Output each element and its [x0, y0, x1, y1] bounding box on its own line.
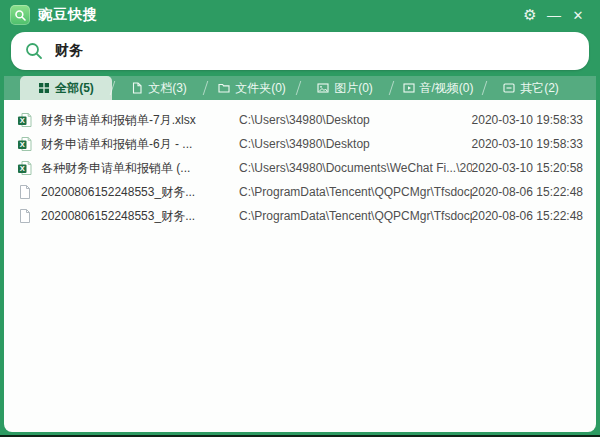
tab-images[interactable]: 图片(0)	[299, 76, 391, 100]
search-box[interactable]	[11, 32, 589, 70]
excel-file-icon: X	[17, 160, 33, 176]
titlebar: 豌豆快搜 ⚙ — ✕	[0, 0, 600, 30]
svg-text:X: X	[20, 140, 25, 149]
results-panel: X 财务申请单和报销单-7月.xlsx C:\Users\34980\Deskt…	[4, 100, 596, 432]
search-input[interactable]	[53, 42, 576, 60]
file-name: 财务申请单和报销单-6月 - ...	[41, 136, 239, 153]
minimize-button[interactable]: —	[542, 3, 566, 27]
plain-file-icon	[17, 208, 33, 224]
result-row[interactable]: 20200806152248553_财务... C:\ProgramData\T…	[4, 204, 596, 228]
search-area	[11, 32, 589, 70]
tab-documents[interactable]: 文档(3)	[113, 76, 205, 100]
tab-all[interactable]: 全部(5)	[20, 76, 112, 100]
settings-gear-icon[interactable]: ⚙	[518, 3, 542, 27]
tab-label: 文件夹(0)	[235, 80, 286, 97]
result-row[interactable]: X 财务申请单和报销单-6月 - ... C:\Users\34980\Desk…	[4, 132, 596, 156]
excel-file-icon: X	[17, 112, 33, 128]
svg-text:X: X	[20, 164, 25, 173]
search-icon	[24, 41, 44, 61]
file-path: C:\ProgramData\Tencent\QQPCMgr\Tfsdocpro	[239, 185, 472, 199]
file-name: 20200806152248553_财务...	[41, 184, 239, 201]
file-modified: 2020-03-10 15:20:58	[472, 161, 583, 175]
app-title: 豌豆快搜	[38, 6, 98, 24]
result-row[interactable]: X 财务申请单和报销单-7月.xlsx C:\Users\34980\Deskt…	[4, 108, 596, 132]
tab-folders[interactable]: 文件夹(0)	[206, 76, 298, 100]
folder-icon	[218, 82, 230, 94]
file-name: 财务申请单和报销单-7月.xlsx	[41, 112, 239, 129]
file-path: C:\Users\34980\Desktop	[239, 137, 472, 151]
tab-label: 音/视频(0)	[420, 80, 474, 97]
app-logo-magnifier-icon	[10, 5, 30, 25]
result-row[interactable]: X 各种财务申请单和报销单 (... C:\Users\34980\Docume…	[4, 156, 596, 180]
document-icon	[131, 82, 143, 94]
plain-file-icon	[17, 184, 33, 200]
tab-label: 其它(2)	[520, 80, 559, 97]
file-modified: 2020-03-10 19:58:33	[472, 113, 583, 127]
tab-label: 文档(3)	[148, 80, 187, 97]
file-name: 20200806152248553_财务...	[41, 208, 239, 225]
tab-other[interactable]: 其它(2)	[485, 76, 577, 100]
grid-icon	[38, 82, 50, 94]
tab-bar: 全部(5) 文档(3) 文件夹(0) 图片(0)	[4, 76, 596, 100]
file-path: C:\Users\34980\Desktop	[239, 113, 472, 127]
file-path: C:\ProgramData\Tencent\QQPCMgr\Tfsdocpro	[239, 209, 472, 223]
file-path: C:\Users\34980\Documents\WeChat Fi...\20…	[239, 161, 472, 175]
close-button[interactable]: ✕	[566, 3, 590, 27]
other-icon	[503, 82, 515, 94]
file-name: 各种财务申请单和报销单 (...	[41, 160, 239, 177]
excel-file-icon: X	[17, 136, 33, 152]
tab-label: 全部(5)	[55, 80, 94, 97]
file-modified: 2020-03-10 19:58:33	[472, 137, 583, 151]
image-icon	[317, 82, 329, 94]
file-modified: 2020-08-06 15:22:48	[472, 209, 583, 223]
file-modified: 2020-08-06 15:22:48	[472, 185, 583, 199]
media-icon	[403, 82, 415, 94]
result-row[interactable]: 20200806152248553_财务... C:\ProgramData\T…	[4, 180, 596, 204]
tab-label: 图片(0)	[334, 80, 373, 97]
tab-media[interactable]: 音/视频(0)	[392, 76, 484, 100]
svg-text:X: X	[20, 116, 25, 125]
